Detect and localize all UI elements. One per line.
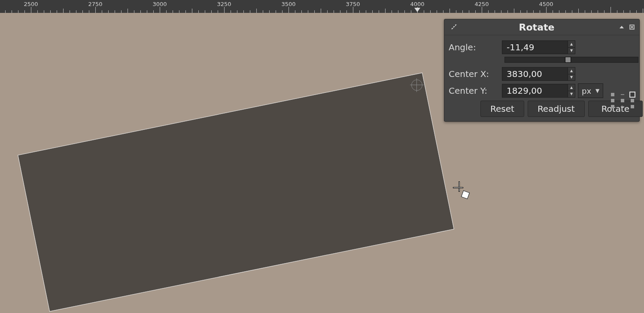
ruler-tick: [546, 7, 547, 13]
ruler-tick: [578, 9, 579, 13]
centerx-label: Center X:: [449, 69, 499, 79]
centery-label: Center Y:: [449, 86, 499, 96]
angle-slider[interactable]: [504, 57, 638, 63]
readjust-button[interactable]: Readjust: [528, 101, 585, 117]
ruler-label: 4500: [539, 1, 553, 7]
centerx-step-up[interactable]: ▲: [568, 68, 575, 74]
centery-input[interactable]: 1829,00: [502, 84, 568, 98]
ruler-tick: [514, 9, 514, 13]
anchor-mid-right[interactable]: [631, 99, 634, 102]
ruler-tick: [450, 9, 450, 13]
angle-input[interactable]: -11,49: [502, 40, 568, 54]
centerx-spinbox[interactable]: 3830,00 ▲ ▼: [502, 67, 575, 81]
ruler-label: 3500: [281, 1, 295, 7]
centerx-input[interactable]: 3830,00: [502, 67, 568, 81]
ruler-tick: [643, 9, 643, 13]
ruler-tick: [95, 7, 96, 13]
ruler-label: 2750: [88, 1, 102, 7]
centery-step-up[interactable]: ▲: [568, 84, 575, 91]
centery-spinbox[interactable]: 1829,00 ▲ ▼: [502, 84, 575, 98]
ruler-tick: [31, 7, 31, 13]
anchor-bottom-left[interactable]: [611, 105, 614, 108]
angle-step-up[interactable]: ▲: [568, 41, 575, 48]
ruler-tick: [192, 9, 192, 13]
chevron-down-icon: ▼: [595, 88, 599, 94]
ruler-label: 4000: [410, 1, 424, 7]
ruler-tick: [385, 9, 386, 13]
centery-step-down[interactable]: ▼: [568, 91, 575, 98]
ruler-label: 3750: [346, 1, 360, 7]
ruler-tick: [128, 9, 128, 13]
angle-slider-knob[interactable]: [565, 57, 571, 63]
anchor-top-left[interactable]: [611, 93, 614, 96]
ruler-label: 3000: [152, 1, 167, 7]
ruler-tick: [224, 7, 225, 13]
unit-select[interactable]: px ▼: [578, 83, 603, 98]
ruler-tick: [63, 9, 64, 13]
angle-label: Angle:: [449, 42, 499, 52]
rotated-layer-preview[interactable]: [18, 73, 453, 311]
anchor-center[interactable]: [621, 99, 624, 102]
collapse-icon[interactable]: [618, 23, 626, 31]
anchor-bottom-right[interactable]: [631, 105, 634, 108]
ruler-position-marker[interactable]: [414, 8, 420, 12]
anchor-mid-left[interactable]: [611, 99, 614, 102]
ruler-tick: [321, 9, 321, 13]
angle-spinbox[interactable]: -11,49 ▲ ▼: [502, 40, 575, 54]
rotate-dialog[interactable]: Rotate Angle: -11,49 ▲ ▼ Center X: 38: [444, 19, 640, 122]
angle-step-down[interactable]: ▼: [568, 48, 575, 54]
pivot-anchor-grid[interactable]: [611, 90, 634, 111]
dialog-title: Rotate: [458, 22, 615, 33]
ruler-label: 4250: [474, 1, 489, 7]
horizontal-ruler[interactable]: 250027503000325035003750400042504500: [0, 0, 644, 13]
ruler-tick: [289, 7, 289, 13]
dialog-body: Angle: -11,49 ▲ ▼ Center X: 3830,00 ▲ ▼: [444, 35, 639, 121]
dialog-menu-icon[interactable]: [450, 23, 458, 31]
reset-button[interactable]: Reset: [480, 101, 524, 117]
unit-value: px: [582, 86, 591, 95]
ruler-tick: [353, 7, 353, 13]
ruler-label: 3250: [217, 1, 231, 7]
dialog-titlebar[interactable]: Rotate: [444, 19, 639, 35]
centerx-step-down[interactable]: ▼: [568, 74, 575, 81]
anchor-top-right[interactable]: [631, 93, 634, 96]
ruler-tick: [482, 7, 482, 13]
ruler-tick: [256, 9, 257, 13]
ruler-label: 2500: [24, 1, 38, 7]
ruler-tick: [611, 7, 611, 13]
ruler-tick: [160, 7, 160, 13]
close-icon[interactable]: [628, 23, 636, 31]
